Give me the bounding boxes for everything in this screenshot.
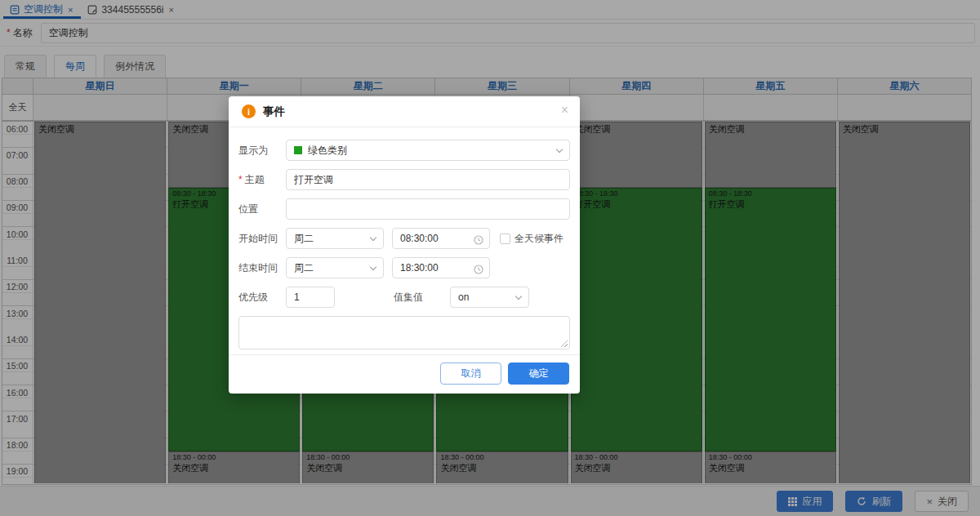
event-dialog-title: 事件 xyxy=(263,105,285,119)
notes-textarea[interactable] xyxy=(238,316,570,349)
event-dialog: i 事件 × 显示为 绿色类别 *主题 位置 开始时间 周二 xyxy=(229,96,580,394)
chevron-down-icon xyxy=(515,292,522,299)
required-asterisk: * xyxy=(238,174,243,185)
event-dialog-body: 显示为 绿色类别 *主题 位置 开始时间 周二 xyxy=(229,127,580,354)
priority-label: 优先级 xyxy=(238,291,286,305)
end-day-value: 周二 xyxy=(294,261,314,275)
clock-icon xyxy=(474,234,483,248)
start-day-select[interactable]: 周二 xyxy=(286,228,384,249)
notes-field xyxy=(238,316,570,349)
resize-handle-icon[interactable] xyxy=(560,340,568,347)
ok-button[interactable]: 确定 xyxy=(508,363,569,385)
all-day-checkbox-label: 全天候事件 xyxy=(514,232,564,246)
end-time-label: 结束时间 xyxy=(238,261,286,275)
value-set-select[interactable]: on xyxy=(450,287,529,308)
chevron-down-icon xyxy=(556,145,563,152)
start-day-value: 周二 xyxy=(294,232,314,246)
show-as-value: 绿色类别 xyxy=(308,144,347,158)
green-category-swatch xyxy=(294,146,302,154)
chevron-down-icon xyxy=(370,234,376,240)
subject-label: *主题 xyxy=(238,173,286,187)
subject-input[interactable] xyxy=(286,169,570,190)
all-day-checkbox[interactable] xyxy=(500,234,510,244)
all-day-checkbox-group[interactable]: 全天候事件 xyxy=(500,232,564,246)
dialog-close-icon[interactable]: × xyxy=(561,104,568,117)
end-time-field xyxy=(392,257,490,278)
event-dialog-footer: 取消 确定 xyxy=(229,354,580,394)
end-day-select[interactable]: 周二 xyxy=(286,257,384,278)
start-time-label: 开始时间 xyxy=(238,232,286,246)
chevron-down-icon xyxy=(370,263,376,269)
value-set-value: on xyxy=(458,291,469,303)
location-input[interactable] xyxy=(286,198,570,220)
event-dialog-header: i 事件 × xyxy=(229,96,580,127)
show-as-select[interactable]: 绿色类别 xyxy=(286,140,570,161)
value-set-label: 值集值 xyxy=(394,291,423,305)
location-label: 位置 xyxy=(238,202,286,216)
clock-icon xyxy=(474,263,483,278)
show-as-label: 显示为 xyxy=(238,144,286,158)
info-icon: i xyxy=(242,105,256,118)
priority-input[interactable] xyxy=(286,287,335,308)
cancel-button[interactable]: 取消 xyxy=(440,363,501,385)
start-time-field xyxy=(392,228,490,249)
